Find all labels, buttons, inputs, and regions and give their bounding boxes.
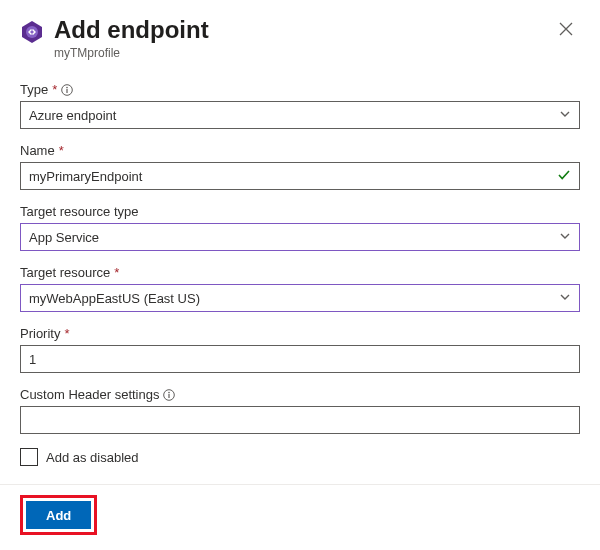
info-icon[interactable] [163,389,175,401]
name-input-wrap [20,162,580,190]
label-text: Type [20,82,48,97]
chevron-down-icon [559,230,571,245]
footer-divider [0,484,600,485]
target-resource-type-value: App Service [29,230,553,245]
required-asterisk: * [114,265,119,280]
form: Type * Azure endpoint Name * [20,82,580,466]
custom-headers-input[interactable] [29,407,571,433]
add-button[interactable]: Add [26,501,91,529]
field-custom-headers: Custom Header settings [20,387,580,434]
type-value: Azure endpoint [29,108,553,123]
type-dropdown[interactable]: Azure endpoint [20,101,580,129]
add-as-disabled-row: Add as disabled [20,448,580,466]
chevron-down-icon [559,291,571,306]
required-asterisk: * [59,143,64,158]
label-target-resource-type: Target resource type [20,204,580,219]
close-icon [559,22,573,39]
label-type: Type * [20,82,580,97]
label-target-resource: Target resource * [20,265,580,280]
label-text: Priority [20,326,60,341]
svg-rect-7 [169,394,170,398]
svg-rect-4 [67,89,68,93]
field-target-resource-type: Target resource type App Service [20,204,580,251]
target-resource-type-dropdown[interactable]: App Service [20,223,580,251]
field-type: Type * Azure endpoint [20,82,580,129]
panel-subtitle: myTMprofile [54,46,542,60]
label-custom-headers: Custom Header settings [20,387,580,402]
field-priority: Priority * [20,326,580,373]
add-as-disabled-label: Add as disabled [46,450,139,465]
target-resource-dropdown[interactable]: myWebAppEastUS (East US) [20,284,580,312]
panel-footer: Add [0,495,600,550]
add-endpoint-panel: Add endpoint myTMprofile Type * Azure en… [0,0,600,466]
label-text: Target resource [20,265,110,280]
required-asterisk: * [52,82,57,97]
valid-check-icon [557,168,571,185]
chevron-down-icon [559,108,571,123]
label-text: Target resource type [20,204,139,219]
emphasis-ring: Add [20,495,97,535]
label-text: Name [20,143,55,158]
target-resource-value: myWebAppEastUS (East US) [29,291,553,306]
label-priority: Priority * [20,326,580,341]
field-name: Name * [20,143,580,190]
svg-point-6 [169,391,171,393]
label-text: Custom Header settings [20,387,159,402]
add-as-disabled-checkbox[interactable] [20,448,38,466]
panel-titles: Add endpoint myTMprofile [54,16,542,60]
label-name: Name * [20,143,580,158]
panel-header: Add endpoint myTMprofile [20,16,580,60]
info-icon[interactable] [61,84,73,96]
required-asterisk: * [64,326,69,341]
priority-input[interactable] [29,346,571,372]
priority-input-wrap [20,345,580,373]
svg-point-1 [26,26,38,38]
custom-headers-input-wrap [20,406,580,434]
svg-point-3 [66,86,68,88]
close-button[interactable] [552,16,580,44]
name-input[interactable] [29,163,551,189]
traffic-manager-icon [20,20,44,44]
panel-title: Add endpoint [54,16,542,44]
field-target-resource: Target resource * myWebAppEastUS (East U… [20,265,580,312]
